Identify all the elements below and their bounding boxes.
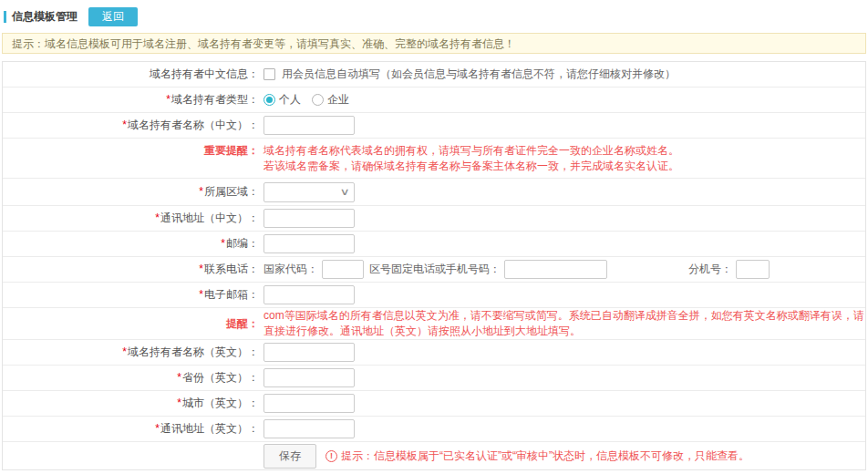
region-select[interactable]: ∨	[264, 182, 355, 202]
info-template-form: 域名持有者中文信息： 用会员信息自动填写（如会员信息与域名持有者信息不符，请您仔…	[2, 61, 866, 470]
phone-country-code-input[interactable]	[322, 260, 364, 279]
holder-name-en-input[interactable]	[264, 343, 355, 362]
row-address-en: *通讯地址（英文）：	[3, 417, 865, 442]
radio-enterprise-icon	[312, 94, 324, 106]
row-holder-type: *域名持有者类型： 个人 企业	[3, 88, 865, 113]
row-region: *所属区域： ∨	[3, 179, 865, 206]
required-mark: *	[221, 237, 225, 250]
postcode-label: 邮编：	[226, 237, 259, 250]
required-mark: *	[177, 397, 181, 409]
row-member-autofill: 域名持有者中文信息： 用会员信息自动填写（如会员信息与域名持有者信息不符，请您仔…	[3, 62, 865, 88]
important-notice-line2: 若该域名需备案，请确保域名持有者名称与备案主体名称一致，并完成域名实名认证。	[264, 159, 679, 174]
email-label: 电子邮箱：	[204, 288, 259, 301]
required-mark: *	[199, 263, 203, 275]
save-button[interactable]: 保存	[264, 444, 316, 469]
page-title: 信息模板管理	[12, 9, 78, 25]
holder-name-en-label: 域名持有者名称（英文）：	[128, 345, 259, 358]
holder-type-label: 域名持有者类型：	[171, 93, 259, 106]
member-autofill-label: 域名持有者中文信息：	[3, 67, 264, 82]
row-important-notice: 重要提醒： 域名持有者名称代表域名的拥有权，请填写与所有者证件完全一致的企业名称…	[3, 139, 865, 179]
reminder-label: 提醒：	[3, 316, 264, 332]
phone-label: 联系电话：	[204, 263, 259, 275]
page-header: 信息模板管理 返回	[4, 7, 866, 26]
required-mark: *	[122, 118, 127, 131]
save-hint: ! 提示：信息模板属于“已实名认证”或“审核中”状态时，信息模板不可修改，只能查…	[326, 448, 749, 464]
address-cn-input[interactable]	[264, 209, 355, 228]
info-icon: !	[326, 450, 337, 462]
address-en-label: 通讯地址（英文）：	[160, 422, 259, 435]
required-mark: *	[155, 211, 160, 224]
phone-country-code-label: 国家代码：	[264, 262, 318, 277]
radio-personal-icon	[264, 94, 275, 106]
region-label: 所属区域：	[204, 185, 259, 198]
save-hint-text: 提示：信息模板属于“已实名认证”或“审核中”状态时，信息模板不可修改，只能查看。	[341, 448, 749, 464]
required-mark: *	[199, 185, 203, 198]
important-notice-label: 重要提醒：	[3, 143, 264, 159]
holder-name-cn-input[interactable]	[264, 116, 355, 135]
notice-bar: 提示：域名信息模板可用于域名注册、域名持有者变更等，请填写真实、准确、完整的域名…	[2, 33, 866, 54]
row-email: *电子邮箱：	[3, 283, 865, 308]
required-mark: *	[177, 371, 181, 384]
phone-ext-label: 分机号：	[688, 262, 732, 277]
member-autofill-checkbox[interactable]	[264, 68, 275, 80]
required-mark: *	[166, 93, 170, 106]
important-notice-text: 域名持有者名称代表域名的拥有权，请填写与所有者证件完全一致的企业名称或姓名。 若…	[264, 143, 679, 174]
radio-enterprise-label: 企业	[327, 92, 349, 108]
reminder-text: com等国际域名的所有者信息以英文为准，请不要缩写或简写。系统已自动翻译成拼音全…	[264, 308, 865, 339]
address-en-input[interactable]	[264, 419, 355, 438]
holder-name-cn-label: 域名持有者名称（中文）：	[128, 118, 259, 131]
email-input[interactable]	[264, 285, 355, 304]
address-cn-label: 通讯地址（中文）：	[160, 211, 259, 224]
important-notice-line1: 域名持有者名称代表域名的拥有权，请填写与所有者证件完全一致的企业名称或姓名。	[264, 143, 679, 159]
city-en-label: 城市（英文）：	[182, 397, 259, 409]
row-holder-name-en: *域名持有者名称（英文）：	[3, 340, 865, 366]
page: 信息模板管理 返回 提示：域名信息模板可用于域名注册、域名持有者变更等，请填写真…	[0, 0, 868, 474]
row-phone: *联系电话： 国家代码： 区号固定电话或手机号码： 分机号：	[3, 257, 865, 283]
city-en-input[interactable]	[264, 394, 355, 413]
row-province-en: *省份（英文）：	[3, 366, 865, 391]
postcode-input[interactable]	[264, 234, 355, 253]
row-city-en: *城市（英文）：	[3, 391, 865, 417]
title-accent-bar	[4, 11, 6, 23]
province-en-input[interactable]	[264, 368, 355, 387]
back-button[interactable]: 返回	[88, 7, 138, 26]
row-holder-name-cn: *域名持有者名称（中文）：	[3, 113, 865, 139]
radio-personal-label: 个人	[279, 92, 301, 108]
required-mark: *	[155, 422, 160, 435]
row-save: 保存 ! 提示：信息模板属于“已实名认证”或“审核中”状态时，信息模板不可修改，…	[3, 442, 865, 469]
required-mark: *	[122, 345, 127, 358]
phone-ext-input[interactable]	[736, 260, 770, 279]
phone-number-label: 区号固定电话或手机号码：	[369, 262, 501, 277]
chevron-down-icon: ∨	[339, 187, 349, 197]
member-autofill-checkbox-label: 用会员信息自动填写（如会员信息与域名持有者信息不符，请您仔细核对并修改）	[282, 67, 676, 82]
row-address-cn: *通讯地址（中文）：	[3, 206, 865, 232]
holder-type-radio-group: 个人 企业	[264, 92, 360, 108]
radio-personal[interactable]: 个人	[264, 92, 301, 108]
row-postcode: *邮编：	[3, 232, 865, 257]
radio-enterprise[interactable]: 企业	[312, 92, 349, 108]
phone-number-input[interactable]	[504, 260, 607, 279]
province-en-label: 省份（英文）：	[182, 371, 259, 384]
required-mark: *	[199, 288, 203, 301]
notice-text: 提示：域名信息模板可用于域名注册、域名持有者变更等，请填写真实、准确、完整的域名…	[12, 37, 515, 50]
row-reminder: 提醒： com等国际域名的所有者信息以英文为准，请不要缩写或简写。系统已自动翻译…	[3, 308, 865, 340]
